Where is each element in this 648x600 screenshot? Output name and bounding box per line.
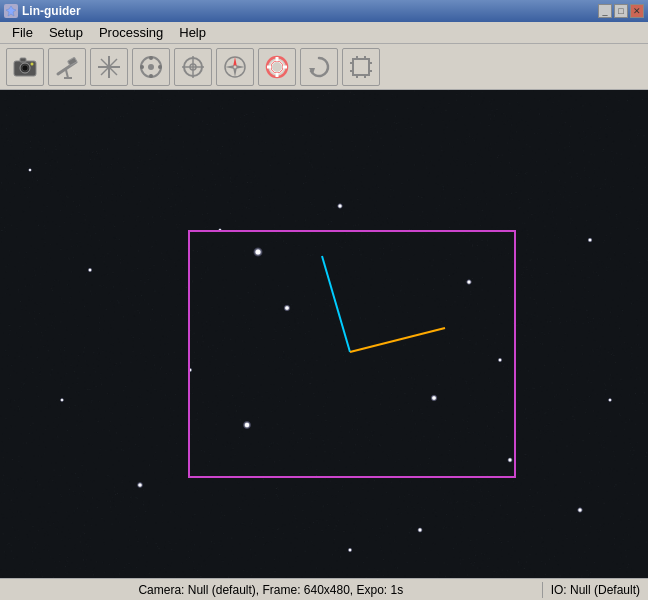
svg-point-18 <box>140 65 144 69</box>
svg-point-16 <box>149 56 153 60</box>
svg-rect-7 <box>68 57 77 65</box>
svg-point-15 <box>148 64 154 70</box>
calibrate-button[interactable] <box>300 48 338 86</box>
menubar: File Setup Processing Help <box>0 22 648 44</box>
main-viewport <box>0 90 648 578</box>
svg-marker-0 <box>6 6 16 16</box>
maximize-button[interactable]: □ <box>614 4 628 18</box>
svg-point-3 <box>22 65 28 71</box>
close-button[interactable]: ✕ <box>630 4 644 18</box>
svg-point-17 <box>149 74 153 78</box>
app-icon <box>4 4 18 18</box>
svg-marker-27 <box>225 65 235 69</box>
window-title: Lin-guider <box>22 4 81 18</box>
svg-point-5 <box>31 62 34 65</box>
status-separator <box>542 582 543 598</box>
menu-processing[interactable]: Processing <box>91 23 171 42</box>
svg-rect-4 <box>20 58 26 62</box>
menu-setup[interactable]: Setup <box>41 23 91 42</box>
statusbar: Camera: Null (default), Frame: 640x480, … <box>0 578 648 600</box>
titlebar: Lin-guider _ □ ✕ <box>0 0 648 22</box>
menu-file[interactable]: File <box>4 23 41 42</box>
status-camera: Camera: Null (default), Frame: 640x480, … <box>8 583 534 597</box>
svg-point-19 <box>158 65 162 69</box>
svg-point-31 <box>271 61 283 73</box>
camera-button[interactable] <box>6 48 44 86</box>
window-controls[interactable]: _ □ ✕ <box>598 4 644 18</box>
minimize-button[interactable]: _ <box>598 4 612 18</box>
telescope-button[interactable] <box>48 48 86 86</box>
compass-button[interactable] <box>216 48 254 86</box>
settings-button[interactable] <box>90 48 128 86</box>
guide-rectangle <box>188 230 516 478</box>
target-button[interactable] <box>174 48 212 86</box>
svg-marker-28 <box>235 65 245 69</box>
svg-line-8 <box>66 70 68 78</box>
toolbar <box>0 44 648 90</box>
svg-rect-37 <box>353 59 369 75</box>
lifebuoy-button[interactable] <box>258 48 296 86</box>
crop-button[interactable] <box>342 48 380 86</box>
reel-button[interactable] <box>132 48 170 86</box>
status-io: IO: Null (Default) <box>551 583 640 597</box>
menu-help[interactable]: Help <box>171 23 214 42</box>
